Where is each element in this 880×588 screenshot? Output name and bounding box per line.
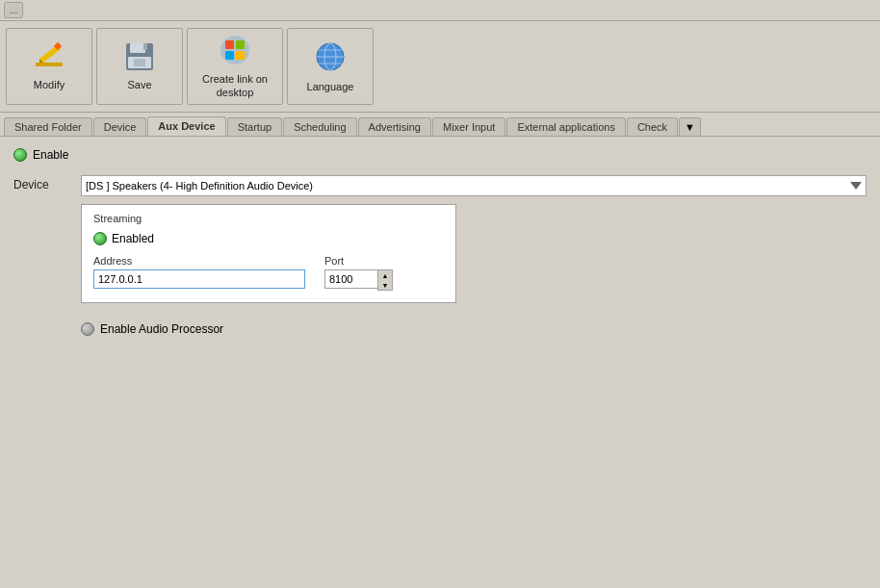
enable-row: Enable xyxy=(13,148,867,162)
modify-icon xyxy=(34,41,65,75)
modify-label: Modify xyxy=(34,79,65,91)
tab-advertising[interactable]: Advertising xyxy=(358,117,431,136)
audio-processor-label: Enable Audio Processor xyxy=(100,322,223,336)
tab-shared-folder[interactable]: Shared Folder xyxy=(4,117,92,136)
streaming-enabled-indicator xyxy=(93,232,107,245)
audio-processor-indicator xyxy=(81,322,94,336)
language-label: Language xyxy=(307,81,354,93)
tab-device[interactable]: Device xyxy=(93,117,147,136)
svg-rect-5 xyxy=(130,43,145,53)
port-wrapper: ▲ ▼ xyxy=(324,269,393,291)
svg-rect-13 xyxy=(236,51,245,60)
enable-indicator xyxy=(13,148,27,162)
svg-rect-8 xyxy=(134,59,145,66)
tab-mixer-input[interactable]: Mixer Input xyxy=(432,117,505,136)
svg-point-9 xyxy=(220,36,249,64)
device-label: Device xyxy=(13,175,71,192)
save-label: Save xyxy=(127,79,151,91)
top-bar-dots[interactable]: ... xyxy=(4,2,23,18)
device-row: Device [DS ] Speakers (4- High Definitio… xyxy=(13,175,867,336)
create-link-button[interactable]: Create link ondesktop xyxy=(187,28,283,105)
streaming-title: Streaming xyxy=(93,213,444,224)
device-select[interactable]: [DS ] Speakers (4- High Definition Audio… xyxy=(81,175,867,196)
svg-rect-11 xyxy=(236,40,245,49)
svg-rect-6 xyxy=(143,43,147,50)
language-icon xyxy=(313,39,348,77)
address-label: Address xyxy=(93,255,305,267)
streaming-enabled-label: Enabled xyxy=(112,232,154,245)
address-group: Address xyxy=(93,255,305,289)
tab-scheduling[interactable]: Scheduling xyxy=(283,117,356,136)
language-button[interactable]: Language xyxy=(287,28,374,105)
address-port-row: Address Port ▲ ▼ xyxy=(93,255,444,291)
streaming-box: Streaming Enabled Address Port xyxy=(81,204,456,303)
port-input[interactable] xyxy=(324,269,377,289)
svg-rect-12 xyxy=(225,51,234,60)
port-label: Port xyxy=(324,255,393,267)
tabs-container: Shared Folder Device Aux Device Startup … xyxy=(0,113,880,137)
tab-check[interactable]: Check xyxy=(627,117,678,136)
tab-more-button[interactable]: ▼ xyxy=(679,117,701,136)
svg-rect-10 xyxy=(225,40,234,49)
content-area: Enable Device [DS ] Speakers (4- High De… xyxy=(0,137,880,347)
create-link-label: Create link ondesktop xyxy=(202,73,268,98)
port-decrement-button[interactable]: ▼ xyxy=(378,280,392,290)
port-group: Port ▲ ▼ xyxy=(324,255,393,291)
audio-processor-row: Enable Audio Processor xyxy=(81,322,867,336)
device-right: [DS ] Speakers (4- High Definition Audio… xyxy=(81,175,867,336)
port-increment-button[interactable]: ▲ xyxy=(378,270,392,280)
tab-startup[interactable]: Startup xyxy=(227,117,282,136)
toolbar: Modify Save Create link o xyxy=(0,21,880,113)
save-icon xyxy=(124,41,155,75)
enable-label: Enable xyxy=(33,148,68,162)
enabled-row: Enabled xyxy=(93,232,444,245)
top-bar: ... xyxy=(0,0,880,21)
tab-external-apps[interactable]: External applications xyxy=(506,117,626,136)
address-input[interactable] xyxy=(93,269,305,289)
modify-button[interactable]: Modify xyxy=(6,28,92,105)
tab-aux-device[interactable]: Aux Device xyxy=(147,116,225,136)
save-button[interactable]: Save xyxy=(96,28,183,105)
create-link-icon xyxy=(219,34,251,69)
svg-rect-0 xyxy=(36,63,63,66)
port-spinners: ▲ ▼ xyxy=(377,269,393,291)
